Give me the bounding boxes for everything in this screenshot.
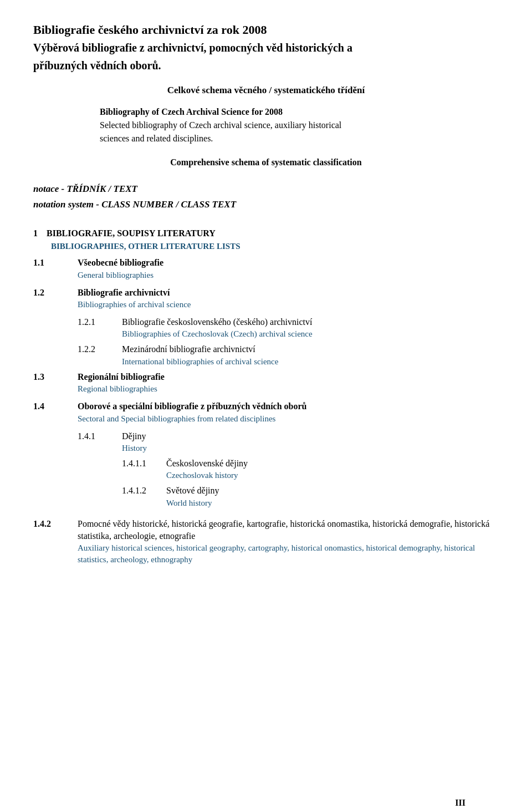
entry-1-4-2-content: Pomocné vědy historické, historická geog… xyxy=(78,518,499,566)
entry-1-2-2-content: Mezinárodní bibliografie archivnictví In… xyxy=(122,343,499,367)
entry-1-4-1-number: 1.4.1 xyxy=(78,430,122,454)
entry-1-1: 1.1 Všeobecné bibliografie General bibli… xyxy=(33,257,499,281)
entry-1-3-number: 1.3 xyxy=(33,371,78,395)
section-1-english: BIBLIOGRAPHIES, other LITERATURE LISTS xyxy=(51,242,241,251)
section-1-number: 1 xyxy=(33,228,44,238)
entry-1-1-number: 1.1 xyxy=(33,257,78,281)
entry-1-2-2: 1.2.2 Mezinárodní bibliografie archivnic… xyxy=(78,343,499,367)
schema-heading: Celkové schema věcného / systematického … xyxy=(33,84,499,97)
entry-1-4-1-1-content: Československé dějiny Czechoslovak histo… xyxy=(166,457,499,481)
entry-1-2: 1.2 Bibliografie archivnictví Bibliograp… xyxy=(33,287,499,311)
entry-1-4-2-english: Auxiliary historical sciences, historica… xyxy=(78,542,499,566)
entry-1-1-english: General bibliographies xyxy=(78,269,499,281)
entry-1-4: 1.4 Oborové a speciální bibliografie z p… xyxy=(33,400,499,424)
entry-1-2-1-content: Bibliografie československého (českého) … xyxy=(122,316,499,340)
entry-1-4-1-2-content: Světové dějiny World history xyxy=(166,485,499,508)
entry-1-4-content: Oborové a speciální bibliografie z příbu… xyxy=(78,400,499,424)
section-1-czech: BIBLIOGRAFIE, SOUPISY LITERATURY xyxy=(47,228,216,238)
entry-1-1-czech: Všeobecné bibliografie xyxy=(78,257,499,269)
entry-1-4-1-1: 1.4.1.1 Československé dějiny Czechoslov… xyxy=(122,457,499,481)
entry-1-2-czech: Bibliografie archivnictví xyxy=(78,287,499,299)
entry-1-2-number: 1.2 xyxy=(33,287,78,311)
entry-1-4-1-1-english: Czechoslovak history xyxy=(166,470,499,481)
entry-1-2-1-czech: Bibliografie československého (českého) … xyxy=(122,316,499,328)
entry-1-4-1-1-czech: Československé dějiny xyxy=(166,457,499,470)
entry-1-2-1-english: Bibliographies of Czechoslovak (Czech) a… xyxy=(122,328,499,340)
entry-1-4-1-czech: Dějiny xyxy=(122,430,499,442)
page-number: III xyxy=(455,797,466,809)
entry-1-2-1: 1.2.1 Bibliografie československého (čes… xyxy=(78,316,499,340)
entry-1-2-2-english: International bibliographies of archival… xyxy=(122,356,499,368)
entry-1-4-1-english: History xyxy=(122,442,499,454)
entry-1-4-1-2-czech: Světové dějiny xyxy=(166,485,499,497)
entry-1-3: 1.3 Regionální bibliografie Regional bib… xyxy=(33,371,499,395)
entry-1-1-content: Všeobecné bibliografie General bibliogra… xyxy=(78,257,499,281)
entry-1-3-content: Regionální bibliografie Regional bibliog… xyxy=(78,371,499,395)
entry-1-4-1-2-number: 1.4.1.2 xyxy=(122,485,166,508)
bibliography-intro: Bibliography of Czech Archival Science f… xyxy=(100,105,499,145)
entry-1-4-1-2-english: World history xyxy=(166,497,499,509)
entry-1-4-2-number: 1.4.2 xyxy=(33,518,78,566)
entry-1-2-2-czech: Mezinárodní bibliografie archivnictví xyxy=(122,343,499,355)
entry-1-4-2: 1.4.2 Pomocné vědy historické, historick… xyxy=(33,518,499,566)
entry-1-4-1-2: 1.4.1.2 Světové dějiny World history xyxy=(122,485,499,508)
entry-1-3-english: Regional bibliographies xyxy=(78,383,499,395)
entry-1-4-1: 1.4.1 Dějiny History xyxy=(78,430,499,454)
entry-1-4-2-czech: Pomocné vědy historické, historická geog… xyxy=(78,518,499,543)
entry-1-4-number: 1.4 xyxy=(33,400,78,424)
entry-1-2-content: Bibliografie archivnictví Bibliographies… xyxy=(78,287,499,311)
entry-1-2-2-number: 1.2.2 xyxy=(78,343,122,367)
entry-1-4-1-1-number: 1.4.1.1 xyxy=(122,457,166,481)
section-1-header: 1 BIBLIOGRAFIE, SOUPISY LITERATURY BIBLI… xyxy=(33,227,499,252)
entry-1-4-1-content: Dějiny History xyxy=(122,430,499,454)
notation-section: notace - TŘÍDNÍK / TEXT notation system … xyxy=(33,182,499,211)
entry-1-4-english: Sectoral and Special bibliographies from… xyxy=(78,413,499,425)
entry-1-2-1-number: 1.2.1 xyxy=(78,316,122,340)
entry-1-3-czech: Regionální bibliografie xyxy=(78,371,499,383)
notation-line-1: notace - TŘÍDNÍK / TEXT xyxy=(33,182,499,196)
entry-1-4-czech: Oborové a speciální bibliografie z příbu… xyxy=(78,400,499,413)
notation-line-2: notation system - CLASS NUMBER / CLASS T… xyxy=(33,198,499,211)
entry-1-2-english: Bibliographies of archival science xyxy=(78,299,499,311)
comprehensive-heading: Comprehensive schema of systematic class… xyxy=(33,156,499,169)
page-title: Bibliografie českého archivnictví za rok… xyxy=(33,22,499,73)
